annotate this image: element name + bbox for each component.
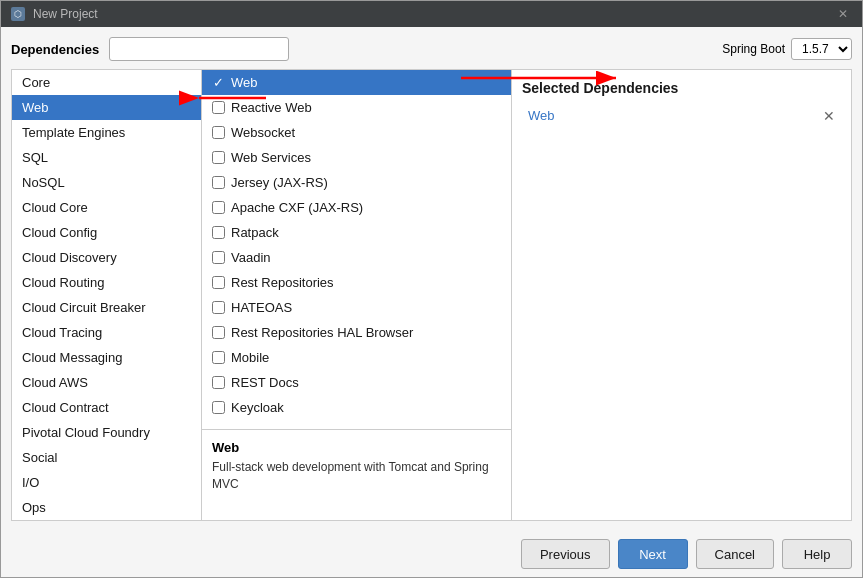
middle-item-rest-repositories-hal[interactable]: Rest Repositories HAL Browser (202, 320, 511, 345)
checkbox-jersey-jaxrs[interactable] (212, 176, 225, 189)
app-icon: ⬡ (11, 7, 25, 21)
right-panel: Selected Dependencies Web ✕ (512, 70, 851, 520)
title-bar: ⬡ New Project ✕ (1, 1, 862, 27)
middle-list: ✓ Web Reactive Web Websocket (202, 70, 511, 430)
selected-dep-web-label: Web (528, 108, 555, 123)
checkbox-ratpack[interactable] (212, 226, 225, 239)
left-item-cloud-core[interactable]: Cloud Core (12, 195, 201, 220)
checkbox-websocket[interactable] (212, 126, 225, 139)
left-item-nosql[interactable]: NoSQL (12, 170, 201, 195)
left-item-cloud-tracing[interactable]: Cloud Tracing (12, 320, 201, 345)
middle-item-web-services-label: Web Services (231, 150, 311, 165)
left-item-io[interactable]: I/O (12, 470, 201, 495)
left-item-cloud-contract[interactable]: Cloud Contract (12, 395, 201, 420)
top-bar: Dependencies Spring Boot 1.5.7 2.0.0 (11, 37, 852, 61)
middle-item-ratpack-label: Ratpack (231, 225, 279, 240)
middle-item-keycloak[interactable]: Keycloak (202, 395, 511, 420)
new-project-window: ⬡ New Project ✕ Dependencies Spring Boot… (0, 0, 863, 578)
left-item-cloud-routing[interactable]: Cloud Routing (12, 270, 201, 295)
middle-item-web-services[interactable]: Web Services (202, 145, 511, 170)
middle-item-jersey-jaxrs[interactable]: Jersey (JAX-RS) (202, 170, 511, 195)
middle-item-ratpack[interactable]: Ratpack (202, 220, 511, 245)
description-title: Web (212, 440, 501, 455)
middle-item-vaadin[interactable]: Vaadin (202, 245, 511, 270)
description-text: Full-stack web development with Tomcat a… (212, 459, 501, 493)
close-button[interactable]: ✕ (838, 7, 852, 21)
left-item-cloud-circuit-breaker[interactable]: Cloud Circuit Breaker (12, 295, 201, 320)
middle-item-mobile[interactable]: Mobile (202, 345, 511, 370)
middle-item-rest-repositories-hal-label: Rest Repositories HAL Browser (231, 325, 413, 340)
left-item-cloud-messaging[interactable]: Cloud Messaging (12, 345, 201, 370)
middle-item-apache-cxf-label: Apache CXF (JAX-RS) (231, 200, 363, 215)
description-panel: Web Full-stack web development with Tomc… (202, 430, 511, 520)
middle-item-websocket[interactable]: Websocket (202, 120, 511, 145)
remove-web-button[interactable]: ✕ (823, 109, 835, 123)
dependencies-label: Dependencies (11, 42, 99, 57)
checkbox-rest-docs[interactable] (212, 376, 225, 389)
content-area: Dependencies Spring Boot 1.5.7 2.0.0 Cor… (1, 27, 862, 531)
left-item-social[interactable]: Social (12, 445, 201, 470)
middle-item-vaadin-label: Vaadin (231, 250, 271, 265)
left-item-template-engines[interactable]: Template Engines (12, 120, 201, 145)
checkbox-keycloak[interactable] (212, 401, 225, 414)
left-item-cloud-discovery[interactable]: Cloud Discovery (12, 245, 201, 270)
next-button[interactable]: Next (618, 539, 688, 569)
checkbox-rest-repositories[interactable] (212, 276, 225, 289)
middle-item-hateoas-label: HATEOAS (231, 300, 292, 315)
search-input[interactable] (109, 37, 289, 61)
left-item-cloud-aws[interactable]: Cloud AWS (12, 370, 201, 395)
spring-boot-section: Spring Boot 1.5.7 2.0.0 (722, 38, 852, 60)
left-item-sql[interactable]: SQL (12, 145, 201, 170)
middle-item-apache-cxf[interactable]: Apache CXF (JAX-RS) (202, 195, 511, 220)
window-title: New Project (33, 7, 98, 21)
middle-panel: ✓ Web Reactive Web Websocket (202, 70, 512, 520)
middle-item-mobile-label: Mobile (231, 350, 269, 365)
selected-dependencies-title: Selected Dependencies (522, 80, 841, 96)
main-area: Core Web Template Engines SQL NoSQL Clou… (11, 69, 852, 521)
checkbox-mobile[interactable] (212, 351, 225, 364)
middle-item-keycloak-label: Keycloak (231, 400, 284, 415)
middle-item-rest-docs-label: REST Docs (231, 375, 299, 390)
help-button[interactable]: Help (782, 539, 852, 569)
left-item-pivotal-cloud-foundry[interactable]: Pivotal Cloud Foundry (12, 420, 201, 445)
left-item-web[interactable]: Web (12, 95, 201, 120)
checkbox-vaadin[interactable] (212, 251, 225, 264)
middle-item-reactive-web-label: Reactive Web (231, 100, 312, 115)
spring-boot-label: Spring Boot (722, 42, 785, 56)
checkbox-web-services[interactable] (212, 151, 225, 164)
checkbox-apache-cxf[interactable] (212, 201, 225, 214)
left-item-cloud-config[interactable]: Cloud Config (12, 220, 201, 245)
middle-item-rest-repositories-label: Rest Repositories (231, 275, 334, 290)
checkbox-rest-repositories-hal[interactable] (212, 326, 225, 339)
middle-item-web[interactable]: ✓ Web (202, 70, 511, 95)
check-icon-web: ✓ (212, 75, 225, 90)
left-panel: Core Web Template Engines SQL NoSQL Clou… (12, 70, 202, 520)
bottom-bar: Previous Next Cancel Help (1, 531, 862, 577)
cancel-button[interactable]: Cancel (696, 539, 774, 569)
checkbox-hateoas[interactable] (212, 301, 225, 314)
checkbox-reactive-web[interactable] (212, 101, 225, 114)
middle-item-reactive-web[interactable]: Reactive Web (202, 95, 511, 120)
middle-item-web-label: Web (231, 75, 258, 90)
previous-button[interactable]: Previous (521, 539, 610, 569)
middle-item-rest-docs[interactable]: REST Docs (202, 370, 511, 395)
version-dropdown[interactable]: 1.5.7 2.0.0 (791, 38, 852, 60)
middle-item-jersey-jaxrs-label: Jersey (JAX-RS) (231, 175, 328, 190)
middle-item-hateoas[interactable]: HATEOAS (202, 295, 511, 320)
middle-item-rest-repositories[interactable]: Rest Repositories (202, 270, 511, 295)
middle-item-websocket-label: Websocket (231, 125, 295, 140)
selected-dep-web: Web ✕ (522, 104, 841, 127)
left-item-ops[interactable]: Ops (12, 495, 201, 520)
left-item-core[interactable]: Core (12, 70, 201, 95)
